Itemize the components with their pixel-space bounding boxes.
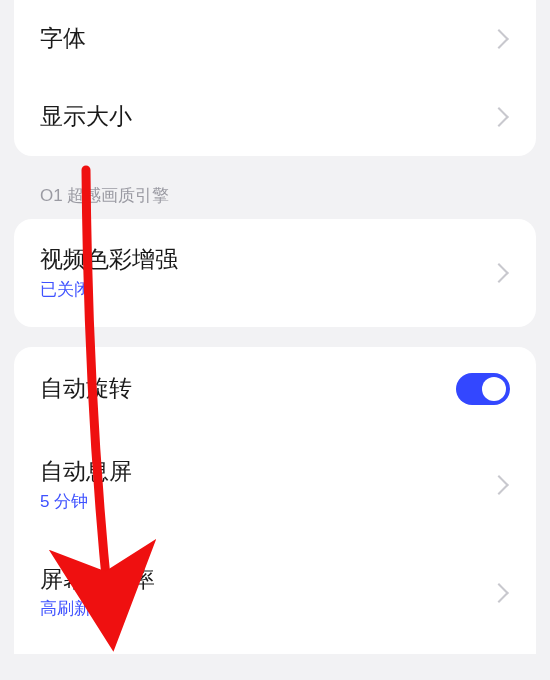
row-body: 字体 xyxy=(40,24,492,54)
chevron-right-icon xyxy=(489,29,509,49)
chevron-right-icon xyxy=(489,107,509,127)
section-header-o1-engine: O1 超感画质引擎 xyxy=(0,174,550,219)
row-body: 屏幕刷新率 高刷新率 xyxy=(40,565,492,621)
row-body: 自动旋转 xyxy=(40,374,456,404)
chevron-right-icon xyxy=(489,475,509,495)
settings-group-display: 字体 显示大小 xyxy=(14,0,536,156)
toggle-auto-rotate[interactable] xyxy=(456,373,510,405)
toggle-knob xyxy=(482,377,506,401)
settings-group-video: 视频色彩增强 已关闭 xyxy=(14,219,536,327)
row-video-color-enhance[interactable]: 视频色彩增强 已关闭 xyxy=(14,219,536,327)
chevron-right-icon xyxy=(489,263,509,283)
row-auto-rotate[interactable]: 自动旋转 xyxy=(14,347,536,431)
row-body: 视频色彩增强 已关闭 xyxy=(40,245,492,301)
row-body: 自动息屏 5 分钟 xyxy=(40,457,492,513)
row-display-size[interactable]: 显示大小 xyxy=(14,78,536,156)
title-refresh-rate: 屏幕刷新率 xyxy=(40,565,492,595)
title-font: 字体 xyxy=(40,24,492,54)
title-display-size: 显示大小 xyxy=(40,102,492,132)
settings-group-screen: 自动旋转 自动息屏 5 分钟 屏幕刷新率 高刷新率 xyxy=(14,347,536,655)
title-video-enhance: 视频色彩增强 xyxy=(40,245,492,275)
chevron-right-icon xyxy=(489,583,509,603)
subtitle-refresh-rate: 高刷新率 xyxy=(40,597,492,620)
title-auto-sleep: 自动息屏 xyxy=(40,457,492,487)
subtitle-video-enhance: 已关闭 xyxy=(40,278,492,301)
subtitle-auto-sleep: 5 分钟 xyxy=(40,490,492,513)
row-font[interactable]: 字体 xyxy=(14,0,536,78)
row-body: 显示大小 xyxy=(40,102,492,132)
row-screen-refresh-rate[interactable]: 屏幕刷新率 高刷新率 xyxy=(14,539,536,647)
row-auto-sleep[interactable]: 自动息屏 5 分钟 xyxy=(14,431,536,539)
title-auto-rotate: 自动旋转 xyxy=(40,374,456,404)
